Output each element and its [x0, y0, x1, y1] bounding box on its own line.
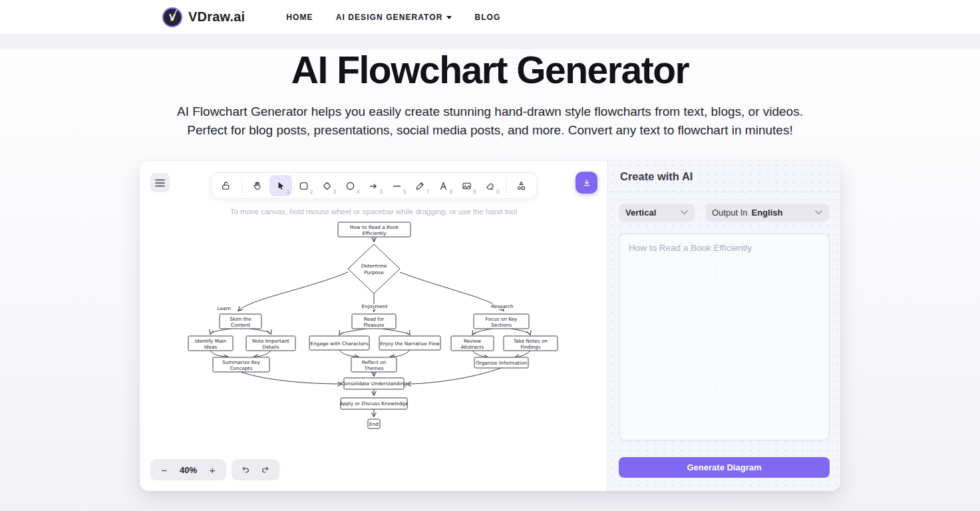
flowchart-drawing[interactable]: Learn Enjoyment Research How to Read a B… — [140, 161, 607, 491]
flow-branch-label: Learn — [218, 305, 231, 311]
flow-edge — [339, 329, 366, 335]
description-line-2: Perfect for blog posts, presentations, s… — [187, 123, 792, 137]
drawing-canvas[interactable]: 1 2 3 4 — [140, 161, 607, 491]
flow-node-label: Sections — [491, 322, 512, 328]
flow-node-label: Focus on Key — [486, 316, 518, 322]
page-body: AI Flowchart Generator AI Flowchart Gene… — [0, 49, 980, 511]
logo-letter: V — [169, 11, 176, 23]
nav-item-blog[interactable]: BLOG — [474, 13, 500, 22]
ai-panel-header: Create with AI — [608, 161, 840, 192]
create-with-ai-panel: Create with AI Vertical Output In Englis… — [607, 161, 840, 491]
top-navbar: V VDraw.ai HOME AI DESIGN GENERATOR BLOG — [0, 0, 980, 35]
flow-node-label: Details — [262, 344, 279, 350]
flow-node-label: Apply or Discuss Knowledge — [340, 401, 408, 407]
nav-item-blog-label: BLOG — [474, 13, 500, 22]
flow-edge — [391, 350, 410, 357]
flow-edge — [210, 351, 228, 357]
undo-button[interactable] — [236, 460, 255, 480]
flow-node-label: Findings — [520, 344, 540, 350]
flow-branch-label: Enjoyment — [361, 303, 387, 309]
flow-node-label: Take Notes on — [513, 338, 548, 344]
flow-node-label: How to Read a Book — [350, 224, 399, 230]
redo-icon — [260, 464, 271, 475]
zoom-control: − 40% + — [150, 459, 226, 480]
flow-node-label: Themes — [364, 365, 384, 371]
brand-logo[interactable]: V VDraw.ai — [162, 7, 245, 27]
flow-node-label: Read for — [364, 316, 385, 322]
flow-node-label: Engage with Characters — [310, 341, 369, 347]
output-language-value: English — [751, 208, 782, 218]
chevron-down-icon — [681, 210, 688, 215]
flow-node-label: Efficiently — [362, 230, 387, 236]
zoom-level[interactable]: 40% — [174, 465, 202, 475]
nav-links: HOME AI DESIGN GENERATOR BLOG — [286, 13, 500, 22]
flow-node-label: Summarize Key — [222, 359, 261, 365]
editor-card: 1 2 3 4 — [140, 161, 840, 491]
ai-panel-controls: Vertical Output In English — [619, 204, 830, 222]
canvas-footer-controls: − 40% + — [150, 459, 279, 480]
flow-node-label: Note Important — [252, 338, 289, 344]
generate-diagram-button[interactable]: Generate Diagram — [619, 457, 830, 478]
flow-node-label: Reflect on — [362, 359, 387, 365]
flow-edge — [407, 368, 501, 384]
description-line-1: AI Flowchart Generator helps you easily … — [177, 104, 803, 118]
flow-edge — [238, 272, 348, 311]
nav-item-home-label: HOME — [286, 13, 313, 22]
flow-node-label: End — [369, 421, 379, 427]
flow-node-label: Content — [231, 322, 250, 328]
flow-edge — [250, 329, 271, 334]
flow-edge — [400, 272, 504, 311]
flow-node-label: Review — [464, 338, 481, 344]
output-language-prefix: Output In — [712, 208, 747, 218]
nav-item-home[interactable]: HOME — [286, 13, 313, 22]
zoom-in-button[interactable]: + — [202, 460, 222, 480]
flow-node-label: Abstracts — [461, 344, 484, 350]
flow-edge — [210, 329, 231, 334]
output-language-select[interactable]: Output In English — [705, 204, 829, 222]
flow-node-label: Enjoy the Narrative Flow — [380, 341, 440, 347]
flow-edge — [241, 372, 341, 384]
prompt-input[interactable] — [619, 234, 830, 440]
history-control — [232, 459, 279, 480]
vdraw-logo-icon: V — [162, 7, 182, 27]
page-title: AI Flowchart Generator — [0, 49, 980, 92]
flow-edge — [511, 329, 530, 335]
chevron-down-icon — [446, 16, 452, 19]
nav-item-ai-design-generator[interactable]: AI DESIGN GENERATOR — [336, 13, 452, 22]
flow-node-label: Organize Information — [476, 360, 527, 366]
undo-icon — [240, 464, 251, 475]
zoom-out-button[interactable]: − — [154, 460, 174, 480]
chevron-down-icon — [815, 210, 822, 215]
brand-name: VDraw.ai — [188, 9, 245, 25]
flow-edge — [515, 351, 530, 357]
flow-node-label: Purpose — [364, 269, 384, 275]
flow-node-label: Concepts — [230, 365, 253, 371]
ai-panel-title: Create with AI — [620, 170, 693, 183]
flow-node-label: Ideas — [204, 344, 218, 350]
flow-edge — [382, 329, 410, 335]
flow-edge — [339, 350, 358, 357]
flow-node-label: Consolidate Understanding — [341, 381, 407, 387]
flow-edge — [254, 351, 271, 357]
flow-node-label: Determine — [361, 263, 387, 269]
flow-edge — [472, 329, 492, 335]
direction-select[interactable]: Vertical — [619, 204, 695, 222]
direction-select-value: Vertical — [625, 208, 656, 218]
flow-decision-node — [348, 244, 400, 293]
flow-edge — [472, 351, 488, 357]
flow-branch-label: Research — [491, 303, 513, 309]
page-description: AI Flowchart Generator helps you easily … — [171, 102, 810, 140]
nav-item-ai-design-generator-label: AI DESIGN GENERATOR — [336, 13, 443, 22]
redo-button[interactable] — [255, 460, 275, 480]
flow-node-label: Skim the — [230, 316, 251, 322]
flow-node-label: Pleasure — [363, 322, 385, 328]
flow-node-label: Identify Main — [195, 338, 226, 344]
